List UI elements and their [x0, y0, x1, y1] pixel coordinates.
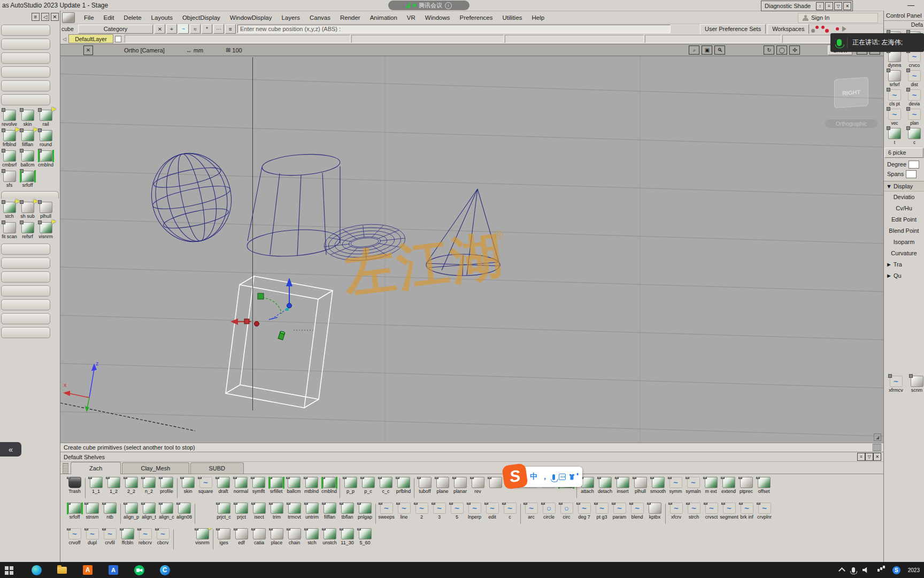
shelf-item-normal[interactable]: normal	[232, 477, 250, 494]
status-resize-grip[interactable]	[873, 444, 881, 451]
shelf-item-place[interactable]: place	[268, 528, 286, 545]
collapsed-palette-tab[interactable]	[1, 66, 50, 78]
display-row-isoparm[interactable]: Isoparm	[884, 237, 924, 248]
panel-collapse-tab[interactable]: «	[0, 442, 21, 457]
shelf-item-dupl[interactable]: ~dupl	[83, 528, 101, 545]
display-section-header[interactable]: ▼ Display	[884, 181, 924, 192]
cp-tool-plan[interactable]: ~plan	[905, 109, 924, 126]
layer-slot[interactable]	[125, 35, 350, 43]
voice-input-icon[interactable]	[552, 474, 555, 480]
prompt-toolbar-button-2[interactable]: ~	[178, 24, 189, 34]
sogou-logo-icon[interactable]: S	[502, 463, 528, 490]
shelf-item-c-c[interactable]: c_c	[377, 477, 395, 494]
layer-slot[interactable]	[505, 35, 644, 43]
collapse-icon[interactable]: ▽	[865, 453, 873, 461]
palette-tool-revolve[interactable]: revolve	[1, 110, 18, 127]
collapsed-palette-tab[interactable]	[1, 285, 50, 296]
tray-chevron-up-icon[interactable]	[838, 567, 845, 574]
palette-tool-plhull[interactable]: plhull	[37, 202, 55, 219]
pan-icon[interactable]: ✣	[789, 45, 800, 55]
menu-file[interactable]: File	[79, 13, 99, 22]
palette-tool-round[interactable]: round	[37, 130, 55, 147]
menu-layouts[interactable]: Layouts	[147, 13, 178, 22]
section-qu[interactable]: ► Qu	[884, 270, 924, 282]
viewport-close-icon[interactable]: ✕	[83, 45, 93, 55]
layer-scroll-left-icon[interactable]: ◁	[60, 36, 68, 42]
shelf-item-align-p[interactable]: align_p	[122, 503, 140, 520]
shelf-item-align-c[interactable]: align_c	[158, 503, 175, 520]
menu-windows[interactable]: Windows	[420, 13, 455, 22]
viewport-resize-grip[interactable]: ◢	[874, 434, 881, 441]
shelf-item-2-2[interactable]: 2_2	[122, 477, 140, 494]
shelf-item-extend[interactable]: extend	[720, 477, 737, 494]
shelf-item-ffcbln[interactable]: ffcbln	[119, 528, 136, 545]
shelf-item-n-2[interactable]: n_2	[140, 477, 158, 494]
transform-manipulator[interactable]	[230, 278, 313, 340]
palette-tool-filflan[interactable]: filflan	[19, 130, 36, 147]
tumble-icon[interactable]: ↻	[764, 45, 774, 55]
palette-tool-cmblnd[interactable]: cmblnd	[37, 150, 55, 168]
tray-mic-icon[interactable]	[852, 567, 855, 573]
default-layer-tab[interactable]: DefaultLayer	[68, 34, 113, 43]
shelf-item-prjct-c[interactable]: prjct_c	[215, 503, 233, 520]
shelf-item-offset[interactable]: offset	[755, 477, 773, 494]
tencent-meeting-icon[interactable]	[134, 565, 144, 575]
shelf-item-rev[interactable]: rev	[469, 477, 487, 494]
collapsed-palette-tab[interactable]	[1, 94, 50, 105]
viewport-camera-label[interactable]: Ortho [Camera]	[124, 47, 165, 54]
shelf-item-prjct[interactable]: prjct	[233, 503, 250, 520]
shelf-item-symm[interactable]: ~symm	[667, 477, 684, 494]
info-icon[interactable]: i	[445, 2, 452, 9]
cp-tool-scnm[interactable]: scnm	[908, 376, 924, 393]
cp-tool-srfsrf[interactable]: srfsrf	[885, 70, 904, 87]
viewport-window[interactable]: ✕ Ortho [Camera] ↔ mm ⊞ 100 ⌕ ▣ 🔍︎ ↻ ◯ ✣…	[60, 44, 883, 443]
shelf-item-line[interactable]: ~line	[395, 503, 413, 520]
close-icon[interactable]: ✕	[873, 453, 881, 461]
grid-style-icon[interactable]	[821, 25, 829, 33]
shelf-item-symflt[interactable]: symflt	[250, 477, 267, 494]
layer-slot[interactable]	[351, 35, 504, 43]
shelf-item-edit[interactable]: ~edit	[483, 503, 501, 520]
section-tra[interactable]: ► Tra	[884, 259, 924, 270]
menu-objectdisplay[interactable]: ObjectDisplay	[178, 13, 225, 22]
collapsed-palette-tab[interactable]	[1, 39, 50, 50]
shelf-item-1-2[interactable]: 1_2	[105, 477, 122, 494]
shelf-item-profile[interactable]: profile	[158, 477, 175, 494]
shelf-item-iges[interactable]: iges	[215, 528, 233, 545]
shelf-item-trmcvt[interactable]: trmcvt	[286, 503, 303, 520]
menu-help[interactable]: Help	[527, 13, 550, 22]
shelf-item-plhull[interactable]: plhull	[632, 477, 649, 494]
tray-network-icon[interactable]	[877, 569, 880, 572]
menu-windowdisplay[interactable]: WindowDisplay	[225, 13, 277, 22]
category-button[interactable]: Category	[78, 25, 153, 34]
apps-grid-icon[interactable]	[577, 473, 581, 477]
menu-icon[interactable]: ≡	[32, 13, 40, 21]
menu-preferences[interactable]: Preferences	[455, 13, 497, 22]
shelf-item-strch[interactable]: ~strch	[685, 503, 703, 520]
cp-tool-dynms[interactable]: dynms	[885, 51, 904, 68]
resize-icon[interactable]: ↕	[816, 2, 824, 10]
shelf-item-c[interactable]: ~c	[501, 503, 519, 520]
shelf-item-srfillet[interactable]: srfillet	[267, 477, 285, 494]
palette-tool-srfoff[interactable]: srfoff	[19, 171, 36, 188]
display-row-curvature[interactable]: Curvature	[884, 248, 924, 259]
blue-a-app-icon[interactable]: A	[108, 565, 119, 575]
palette-tool-stch[interactable]: stch	[1, 202, 18, 219]
prompt-toolbar-button-1[interactable]: +	[166, 24, 177, 34]
prompt-toolbar-button-0[interactable]: ✕	[155, 24, 165, 34]
shelf-item-xfcrv[interactable]: ~xfcrv	[667, 503, 685, 520]
workspaces-button[interactable]: Workspaces	[767, 24, 809, 34]
shelf-item-ntb[interactable]: ntb	[101, 503, 119, 520]
shelf-item-tbflan[interactable]: tbflan	[338, 503, 356, 520]
shelf-item-srfoff[interactable]: srfoff	[66, 503, 83, 520]
shelf-item-square[interactable]: ~square	[197, 477, 214, 494]
shelf-item-smooth[interactable]: smooth	[649, 477, 667, 494]
shelf-item-deg-7[interactable]: ~deg 7	[575, 503, 593, 520]
tray-speaker-icon[interactable]	[863, 567, 870, 573]
palette-tool-sh-sub[interactable]: sh sub	[19, 202, 36, 219]
palette-section-tab[interactable]	[1, 191, 59, 199]
display-row-cv-hu[interactable]: Cv/Hu	[884, 203, 924, 214]
keyboard-icon[interactable]	[559, 474, 566, 480]
shelf-item-3[interactable]: ~3	[430, 503, 448, 520]
diagnostic-shade-window[interactable]: Diagnostic Shade ↕ ≡ ▽ ✕	[761, 1, 853, 11]
